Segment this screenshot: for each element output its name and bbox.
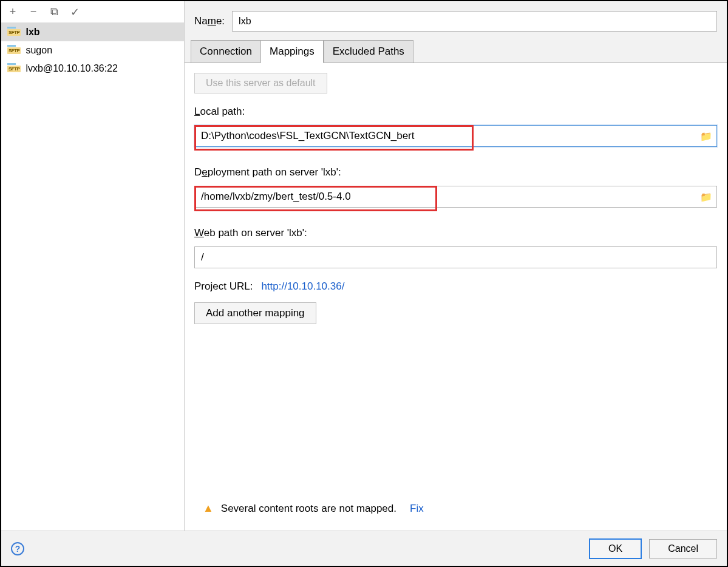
deployment-path-input[interactable] <box>194 186 717 208</box>
name-input[interactable] <box>232 11 717 32</box>
local-path-wrap: 📁 <box>194 125 717 147</box>
local-path-input[interactable] <box>194 125 717 147</box>
warning-text: Several content roots are not mapped. <box>221 503 396 515</box>
mappings-panel: Use this server as default Local path: 📁… <box>185 63 727 531</box>
name-row: Name: <box>185 1 727 40</box>
tab-connection[interactable]: Connection <box>191 40 260 63</box>
tab-mappings[interactable]: Mappings <box>260 40 324 63</box>
sftp-icon: SFTP <box>7 29 21 36</box>
folder-icon[interactable]: 📁 <box>700 131 712 142</box>
server-name: lxb <box>26 27 39 38</box>
help-icon[interactable]: ? <box>11 542 24 555</box>
local-path-label: Local path: <box>194 106 717 118</box>
cancel-button[interactable]: Cancel <box>649 539 717 559</box>
deployment-path-label: Deployment path on server 'lxb': <box>194 166 717 178</box>
server-name: lvxb@10.10.10.36:22 <box>26 63 117 74</box>
main-area: + − ⧉ ✓ SFTP lxb SFTP sugon SFTP lvxb@10… <box>1 1 727 531</box>
project-url-row: Project URL: http://10.10.10.36/ <box>194 280 717 293</box>
folder-icon[interactable]: 📁 <box>700 191 712 203</box>
warning-icon: ▲ <box>203 502 214 515</box>
content-panel: Name: Connection Mappings Excluded Paths… <box>185 1 727 531</box>
warning-row: ▲ Several content roots are not mapped. … <box>194 496 717 521</box>
bottom-bar: ? OK Cancel <box>1 531 727 566</box>
tabs: Connection Mappings Excluded Paths <box>185 40 727 63</box>
sftp-icon: SFTP <box>7 66 21 72</box>
server-list: SFTP lxb SFTP sugon SFTP lvxb@10.10.10.3… <box>1 23 184 531</box>
use-as-default-button: Use this server as default <box>194 73 327 93</box>
add-mapping-button[interactable]: Add another mapping <box>194 302 316 324</box>
server-item-lvxb[interactable]: SFTP lvxb@10.10.10.36:22 <box>1 59 184 78</box>
deploy-path-wrap: 📁 <box>194 186 717 208</box>
sidebar: + − ⧉ ✓ SFTP lxb SFTP sugon SFTP lvxb@10… <box>1 1 185 531</box>
name-label: Name: <box>194 15 225 27</box>
sidebar-toolbar: + − ⧉ ✓ <box>1 1 184 23</box>
copy-icon[interactable]: ⧉ <box>47 5 61 19</box>
fix-link[interactable]: Fix <box>410 503 424 515</box>
deployment-dialog: + − ⧉ ✓ SFTP lxb SFTP sugon SFTP lvxb@10… <box>0 0 728 567</box>
project-url-label: Project URL: <box>194 280 253 293</box>
server-item-lxb[interactable]: SFTP lxb <box>1 23 184 41</box>
add-icon[interactable]: + <box>6 5 19 19</box>
project-url-link[interactable]: http://10.10.10.36/ <box>261 280 344 293</box>
sftp-icon: SFTP <box>7 47 21 54</box>
check-icon[interactable]: ✓ <box>68 5 81 19</box>
web-path-label: Web path on server 'lxb': <box>194 227 717 239</box>
server-item-sugon[interactable]: SFTP sugon <box>1 41 184 59</box>
server-name: sugon <box>26 45 52 56</box>
web-path-input[interactable] <box>194 246 717 268</box>
ok-button[interactable]: OK <box>589 538 642 559</box>
web-path-wrap <box>194 246 717 268</box>
tab-excluded-paths[interactable]: Excluded Paths <box>324 40 413 63</box>
remove-icon[interactable]: − <box>27 5 40 19</box>
